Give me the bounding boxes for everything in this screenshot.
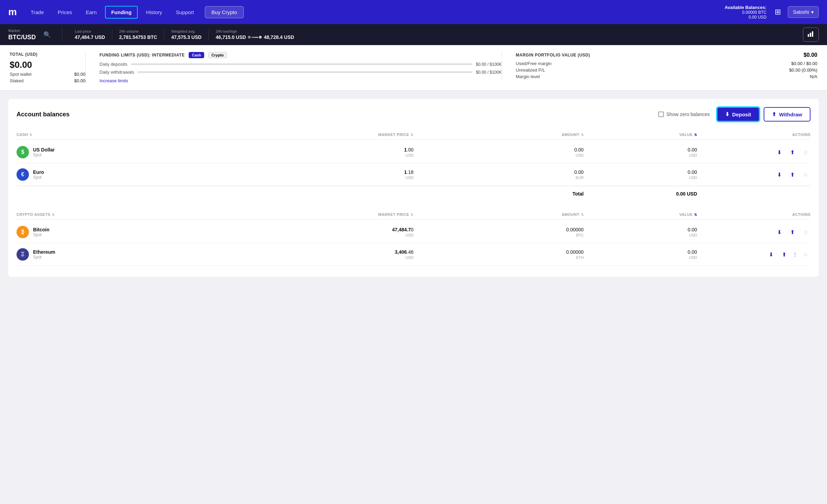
unrealized-label: Unrealized P/L (516, 67, 545, 73)
nav-trade[interactable]: Trade (25, 7, 50, 18)
margin-total: $0.00 (804, 52, 817, 58)
usd-amount: 0.00 USD (413, 147, 584, 157)
btc-deposit-icon[interactable]: ⬇ (775, 227, 784, 237)
eur-sub: Spot (33, 175, 44, 180)
spot-wallet-label: Spot wallet (10, 72, 32, 77)
volume-label: 24h volume (119, 29, 157, 33)
eth-withdraw-icon[interactable]: ⬆ (779, 250, 789, 259)
cash-total-value: 0.00 USD (584, 191, 697, 197)
total-label: TOTAL (USD) (10, 52, 85, 57)
eur-icon: € (17, 168, 29, 181)
nav-funding[interactable]: Funding (105, 6, 138, 19)
crypto-market-price-col: MARKET PRICE ⇅ (243, 212, 413, 217)
chart-button[interactable] (803, 28, 819, 42)
available-balances: Available Balances: 0.00000 BTC 0.00 USD (725, 5, 767, 20)
usd-price: 1.00 USD (243, 147, 413, 157)
eur-favorite-icon[interactable]: ☆ (801, 170, 810, 179)
unrealized-value: $0.00 (0.00%) (789, 67, 817, 73)
eur-price: 1.18 USD (243, 169, 413, 180)
usd-favorite-icon[interactable]: ☆ (801, 147, 810, 157)
usd-deposit-icon[interactable]: ⬇ (775, 147, 784, 157)
btc-favorite-icon[interactable]: ☆ (801, 227, 810, 237)
eur-withdraw-icon[interactable]: ⬆ (788, 170, 797, 179)
svg-rect-1 (810, 33, 811, 37)
staked-value: $0.00 (74, 78, 85, 83)
asset-cell-eur: € Euro Spot (17, 168, 243, 181)
daily-deposits-label: Daily deposits (100, 62, 127, 67)
nav-earn[interactable]: Earn (80, 7, 102, 18)
asset-cell-btc: ₿ Bitcoin Spot (17, 226, 243, 238)
daily-withdrawals-label: Daily withdrawals (100, 70, 134, 75)
cash-total-label: Total (413, 191, 584, 197)
usd-withdraw-icon[interactable]: ⬆ (788, 147, 797, 157)
crypto-sort-icon[interactable]: ⇅ (52, 213, 55, 217)
logo[interactable]: m (8, 7, 17, 18)
spot-wallet-value: $0.00 (74, 72, 85, 77)
svg-rect-2 (812, 31, 813, 37)
show-zero-checkbox[interactable] (658, 112, 664, 117)
eth-amount: 0.00000 ETH (413, 249, 584, 260)
amount-sort-icon[interactable]: ⇅ (581, 133, 584, 137)
crypto-actions-col: ACTIONS (697, 212, 810, 217)
usd-actions: ⬇ ⬆ ☆ (697, 147, 810, 157)
lowhigh-label: 24h low/high (216, 29, 294, 33)
usd-value: 0.00 USD (584, 147, 697, 157)
total-value: $0.00 (10, 60, 85, 70)
increase-limits-link[interactable]: Increase limits (100, 78, 128, 83)
nav-history[interactable]: History (140, 7, 168, 18)
market-label: Market (8, 29, 36, 33)
used-free-label: Used/Free margin (516, 61, 552, 66)
value-sort-icon[interactable]: ⇅ (694, 133, 697, 137)
btc-value: 0.00 USD (584, 227, 697, 237)
daily-withdrawals-value: $0.00 / $100K (476, 70, 502, 75)
show-zero-balances[interactable]: Show zero balances (658, 112, 710, 117)
high-value: 48,728.4 USD (264, 34, 294, 40)
eth-deposit-icon[interactable]: ⬇ (766, 250, 776, 259)
eur-name: Euro (33, 169, 44, 175)
grid-icon[interactable]: ⊞ (775, 8, 781, 17)
eur-actions: ⬇ ⬆ ☆ (697, 170, 810, 179)
crypto-value-sort-icon[interactable]: ⇅ (694, 213, 697, 217)
search-icon[interactable]: 🔍 (43, 31, 51, 39)
low-value: 46,715.0 USD (216, 34, 246, 40)
eur-amount: 0.00 EUR (413, 169, 584, 180)
cash-sort-icon[interactable]: ⇅ (29, 133, 32, 137)
crypto-amount-col: AMOUNT ⇅ (413, 212, 584, 217)
withdraw-button[interactable]: ⬆ Withdraw (764, 107, 810, 122)
eth-value: 0.00 USD (584, 249, 697, 260)
buy-crypto-button[interactable]: Buy Crypto (205, 6, 243, 18)
cash-col-header: CASH ⇅ (17, 133, 243, 137)
crypto-price-sort-icon[interactable]: ⇅ (410, 213, 413, 217)
crypto-amount-sort-icon[interactable]: ⇅ (581, 213, 584, 217)
margin-label: MARGIN PORTFOLIO VALUE (USD) (516, 53, 590, 57)
eth-sub: Spot (33, 255, 55, 260)
deposit-button[interactable]: ⬇ Deposit (717, 107, 760, 122)
withdraw-icon: ⬆ (772, 111, 776, 117)
market-price-sort-icon[interactable]: ⇅ (410, 133, 413, 137)
cash-badge[interactable]: Cash (189, 52, 204, 58)
staked-label: Staked (10, 78, 23, 83)
table-row: ₿ Bitcoin Spot 47,484.70 USD 0.00000 BTC… (17, 221, 810, 243)
used-free-value: $0.00 / $0.00 (791, 61, 817, 66)
nav-prices[interactable]: Prices (52, 7, 78, 18)
eth-name: Ethereum (33, 249, 55, 255)
last-price-label: Last price (75, 29, 105, 33)
btc-withdraw-icon[interactable]: ⬆ (788, 227, 797, 237)
eur-deposit-icon[interactable]: ⬇ (775, 170, 784, 179)
eth-favorite-icon[interactable]: ☆ (801, 250, 810, 259)
chevron-down-icon: ▾ (811, 9, 814, 15)
eth-icon: Ξ (17, 248, 29, 261)
table-row: Ξ Ethereum Spot 3,406.46 USD 0.00000 ETH… (17, 243, 810, 266)
user-menu[interactable]: Satoshi ▾ (788, 6, 819, 18)
deposits-bar (131, 63, 472, 65)
amount-col-header: AMOUNT ⇅ (413, 133, 584, 137)
eth-more-icon[interactable]: ⋮ (793, 252, 797, 257)
deposit-icon: ⬇ (725, 111, 730, 117)
weighted-value: 47,575.3 USD (171, 34, 201, 40)
eth-price: 3,406.46 USD (243, 249, 413, 260)
nav-support[interactable]: Support (170, 7, 200, 18)
usd-name: US Dollar (33, 147, 55, 153)
volume-value: 2,781.54753 BTC (119, 34, 157, 40)
crypto-badge[interactable]: Crypto (208, 52, 227, 58)
market-pair[interactable]: BTC/USD (8, 34, 36, 41)
